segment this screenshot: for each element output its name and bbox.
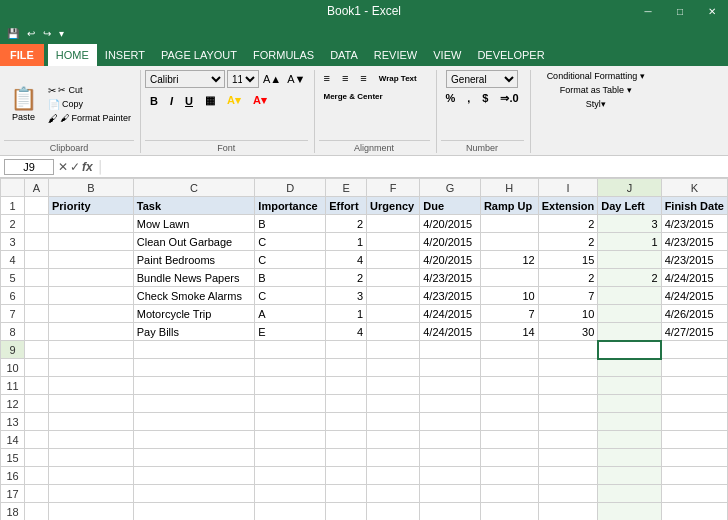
col-header-k[interactable]: K [661, 179, 727, 197]
cell-f4[interactable] [367, 251, 420, 269]
increase-decimal-button[interactable]: ⇒.0 [495, 90, 523, 107]
cell-i11[interactable] [538, 377, 598, 395]
cell-c3[interactable]: Clean Out Garbage [133, 233, 255, 251]
cell-i10[interactable] [538, 359, 598, 377]
col-header-f[interactable]: F [367, 179, 420, 197]
cell-b16[interactable] [49, 467, 134, 485]
close-button[interactable]: ✕ [696, 0, 728, 22]
cell-reference-input[interactable] [4, 159, 54, 175]
cell-b17[interactable] [49, 485, 134, 503]
cell-a11[interactable] [25, 377, 49, 395]
cell-k4[interactable]: 4/23/2015 [661, 251, 727, 269]
cell-i5[interactable]: 2 [538, 269, 598, 287]
cell-k8[interactable]: 4/27/2015 [661, 323, 727, 341]
cell-i14[interactable] [538, 431, 598, 449]
view-menu-item[interactable]: VIEW [425, 44, 469, 66]
cell-k1[interactable]: Finish Date [661, 197, 727, 215]
cell-f16[interactable] [367, 467, 420, 485]
cell-j3[interactable]: 1 [598, 233, 661, 251]
cell-e18[interactable] [326, 503, 367, 521]
cell-k5[interactable]: 4/24/2015 [661, 269, 727, 287]
cell-k15[interactable] [661, 449, 727, 467]
cell-i4[interactable]: 15 [538, 251, 598, 269]
cell-b9[interactable] [49, 341, 134, 359]
cell-g9[interactable] [420, 341, 481, 359]
cell-c11[interactable] [133, 377, 255, 395]
cell-k12[interactable] [661, 395, 727, 413]
copy-button[interactable]: 📄 Copy [45, 98, 134, 111]
customize-quick-btn[interactable]: ▾ [56, 27, 67, 40]
cell-g1[interactable]: Due [420, 197, 481, 215]
cell-f6[interactable] [367, 287, 420, 305]
cell-i18[interactable] [538, 503, 598, 521]
developer-menu-item[interactable]: DEVELOPER [469, 44, 552, 66]
cell-c13[interactable] [133, 413, 255, 431]
cancel-formula-icon[interactable]: ✕ [58, 160, 68, 174]
cell-c17[interactable] [133, 485, 255, 503]
cell-a12[interactable] [25, 395, 49, 413]
cell-j9[interactable] [598, 341, 661, 359]
cell-c12[interactable] [133, 395, 255, 413]
fill-color-button[interactable]: A▾ [222, 92, 246, 109]
cell-d17[interactable] [255, 485, 326, 503]
cell-d15[interactable] [255, 449, 326, 467]
cell-g3[interactable]: 4/20/2015 [420, 233, 481, 251]
cell-e13[interactable] [326, 413, 367, 431]
cell-a3[interactable] [25, 233, 49, 251]
cell-b2[interactable] [49, 215, 134, 233]
cell-g7[interactable]: 4/24/2015 [420, 305, 481, 323]
font-color-button[interactable]: A▾ [248, 92, 272, 109]
wrap-text-button[interactable]: Wrap Text [374, 72, 422, 85]
cell-f17[interactable] [367, 485, 420, 503]
cell-j14[interactable] [598, 431, 661, 449]
cell-k11[interactable] [661, 377, 727, 395]
cell-e9[interactable] [326, 341, 367, 359]
cell-i13[interactable] [538, 413, 598, 431]
col-header-i[interactable]: I [538, 179, 598, 197]
cell-d11[interactable] [255, 377, 326, 395]
cell-g6[interactable]: 4/23/2015 [420, 287, 481, 305]
cell-c1[interactable]: Task [133, 197, 255, 215]
cell-j6[interactable] [598, 287, 661, 305]
cell-d12[interactable] [255, 395, 326, 413]
cell-d1[interactable]: Importance [255, 197, 326, 215]
cell-j1[interactable]: Day Left [598, 197, 661, 215]
cell-d14[interactable] [255, 431, 326, 449]
data-menu-item[interactable]: DATA [322, 44, 366, 66]
cell-f5[interactable] [367, 269, 420, 287]
cell-i16[interactable] [538, 467, 598, 485]
cell-j15[interactable] [598, 449, 661, 467]
cell-g12[interactable] [420, 395, 481, 413]
underline-button[interactable]: U [180, 93, 198, 109]
conditional-formatting-button[interactable]: Conditional Formatting ▾ [544, 70, 648, 82]
number-format-select[interactable]: General [446, 70, 518, 88]
cell-a15[interactable] [25, 449, 49, 467]
cell-c9[interactable] [133, 341, 255, 359]
cell-h13[interactable] [480, 413, 538, 431]
cell-c8[interactable]: Pay Bills [133, 323, 255, 341]
cell-h15[interactable] [480, 449, 538, 467]
cell-i3[interactable]: 2 [538, 233, 598, 251]
cell-d3[interactable]: C [255, 233, 326, 251]
formulas-menu-item[interactable]: FORMULAS [245, 44, 322, 66]
cell-c18[interactable] [133, 503, 255, 521]
paste-button[interactable]: 📋 Paste [4, 84, 43, 124]
cell-a18[interactable] [25, 503, 49, 521]
cell-h10[interactable] [480, 359, 538, 377]
col-header-d[interactable]: D [255, 179, 326, 197]
cell-d2[interactable]: B [255, 215, 326, 233]
align-left-icon[interactable]: ≡ [319, 70, 335, 86]
align-center-icon[interactable]: ≡ [337, 70, 353, 86]
cell-g2[interactable]: 4/20/2015 [420, 215, 481, 233]
col-header-e[interactable]: E [326, 179, 367, 197]
cell-k18[interactable] [661, 503, 727, 521]
cell-b6[interactable] [49, 287, 134, 305]
cell-j10[interactable] [598, 359, 661, 377]
cell-b12[interactable] [49, 395, 134, 413]
cell-j7[interactable] [598, 305, 661, 323]
cell-h7[interactable]: 7 [480, 305, 538, 323]
cell-a2[interactable] [25, 215, 49, 233]
cell-i6[interactable]: 7 [538, 287, 598, 305]
cell-c10[interactable] [133, 359, 255, 377]
cell-f13[interactable] [367, 413, 420, 431]
